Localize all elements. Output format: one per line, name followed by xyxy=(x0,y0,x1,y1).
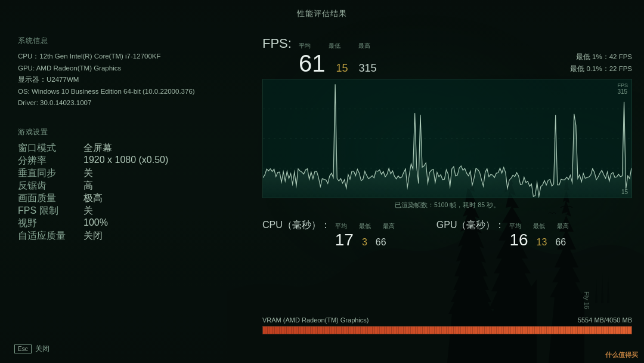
close-label: 关闭 xyxy=(35,344,49,353)
cpu-max-value: 66 xyxy=(376,237,386,248)
settings-key: 自适应质量 xyxy=(18,230,78,242)
fly-label: Fly 16 xyxy=(583,291,590,309)
driver-info: Driver: 30.0.14023.1007 xyxy=(18,97,239,109)
display-info: 显示器：U2477WM xyxy=(18,74,239,86)
settings-val: 关 xyxy=(83,205,93,217)
game-settings-section: 游戏设置 窗口模式全屏幕分辨率1920 x 1080 (x0.50)垂直同步关反… xyxy=(18,127,239,242)
fps-chart: FPS 315 15 xyxy=(262,79,632,198)
settings-key: 视野 xyxy=(18,217,78,230)
fps-min-value: 15 xyxy=(336,63,348,73)
watermark: 什么值得买 xyxy=(605,350,638,359)
fps-max-value: 315 xyxy=(358,63,376,73)
os-info: OS: Windows 10 Business Edition 64-bit (… xyxy=(18,86,239,98)
fps-avg-value: 61 xyxy=(299,51,326,75)
settings-row: 窗口模式全屏幕 xyxy=(18,142,239,155)
settings-val: 1920 x 1080 (x0.50) xyxy=(83,155,168,167)
settings-row: 视野100% xyxy=(18,217,239,230)
cpu-label: CPU（毫秒）： xyxy=(262,219,330,232)
gpu-avg-label: 平均 xyxy=(509,222,521,230)
settings-row: 垂直同步关 xyxy=(18,167,239,180)
settings-table: 窗口模式全屏幕分辨率1920 x 1080 (x0.50)垂直同步关反锯齿高画面… xyxy=(18,142,239,242)
gpu-min-label: 最低 xyxy=(533,222,545,230)
cpu-min-value: 3 xyxy=(362,237,367,248)
page-title: 性能评估结果 xyxy=(0,8,644,19)
settings-key: FPS 限制 xyxy=(18,205,78,217)
system-info: CPU：12th Gen Intel(R) Core(TM) i7-12700K… xyxy=(18,51,239,109)
fps-percentile-stats: 最低 1%：42 FPS 最低 0.1%：22 FPS xyxy=(570,51,632,75)
gpu-min-value: 13 xyxy=(537,237,547,248)
cpu-min-label: 最低 xyxy=(359,222,371,230)
fps-min-label: 最低 xyxy=(329,42,340,50)
left-panel: 系统信息 CPU：12th Gen Intel(R) Core(TM) i7-1… xyxy=(18,36,239,242)
settings-row: 反锯齿高 xyxy=(18,180,239,192)
gpu-label: GPU（毫秒）： xyxy=(436,219,505,232)
settings-row: 自适应质量关闭 xyxy=(18,230,239,242)
settings-row: FPS 限制关 xyxy=(18,205,239,217)
settings-key: 分辨率 xyxy=(18,155,78,167)
vram-label: VRAM (AMD Radeon(TM) Graphics) xyxy=(262,316,369,324)
settings-val: 关闭 xyxy=(83,230,103,242)
settings-key: 窗口模式 xyxy=(18,142,78,155)
fps-label: FPS: xyxy=(262,36,292,51)
cpu-avg-value: 17 xyxy=(335,232,354,248)
settings-key: 垂直同步 xyxy=(18,167,78,180)
system-info-title: 系统信息 xyxy=(18,36,239,46)
gpu-avg-value: 16 xyxy=(509,232,528,248)
gpu-info: GPU: AMD Radeon(TM) Graphics xyxy=(18,63,239,75)
settings-key: 画面质量 xyxy=(18,192,78,205)
settings-val: 关 xyxy=(83,167,93,180)
settings-val: 全屏幕 xyxy=(83,142,112,155)
right-panel: FPS: 平均 最低 最高 61 15 315 最低 1%：42 FPS 最低 … xyxy=(262,36,632,248)
vram-bar-background xyxy=(262,326,632,334)
settings-row: 分辨率1920 x 1080 (x0.50) xyxy=(18,155,239,167)
vram-usage: 5554 MB/4050 MB xyxy=(578,316,632,324)
settings-row: 画面质量极高 xyxy=(18,192,239,205)
cpu-info: CPU：12th Gen Intel(R) Core(TM) i7-12700K… xyxy=(18,51,239,63)
settings-val: 高 xyxy=(83,180,93,192)
esc-key: Esc xyxy=(14,344,32,353)
cpu-avg-label: 平均 xyxy=(335,222,347,230)
gpu-max-label: 最高 xyxy=(557,222,569,230)
vram-bar-fill xyxy=(263,327,631,334)
vram-section: VRAM (AMD Radeon(TM) Graphics) 5554 MB/4… xyxy=(262,316,632,334)
settings-val: 极高 xyxy=(83,192,103,205)
chart-label-max: FPS 315 xyxy=(617,82,628,95)
settings-val: 100% xyxy=(83,217,108,230)
cpu-gpu-row: CPU（毫秒）： 平均 最低 最高 17 3 66 GPU（毫秒）： 平均 xyxy=(262,219,632,248)
gpu-max-value: 66 xyxy=(555,237,566,248)
fps-max-label: 最高 xyxy=(358,42,370,50)
fps-avg-label: 平均 xyxy=(299,42,311,50)
cpu-max-label: 最高 xyxy=(383,222,395,230)
esc-close-button[interactable]: Esc 关闭 xyxy=(14,344,49,353)
chart-render-info: 已渲染帧数：5100 帧，耗时 85 秒。 xyxy=(262,201,632,210)
settings-key: 反锯齿 xyxy=(18,180,78,192)
chart-max-value: 315 xyxy=(617,88,627,95)
game-settings-title: 游戏设置 xyxy=(18,127,239,137)
chart-label-min: 15 xyxy=(621,189,628,195)
